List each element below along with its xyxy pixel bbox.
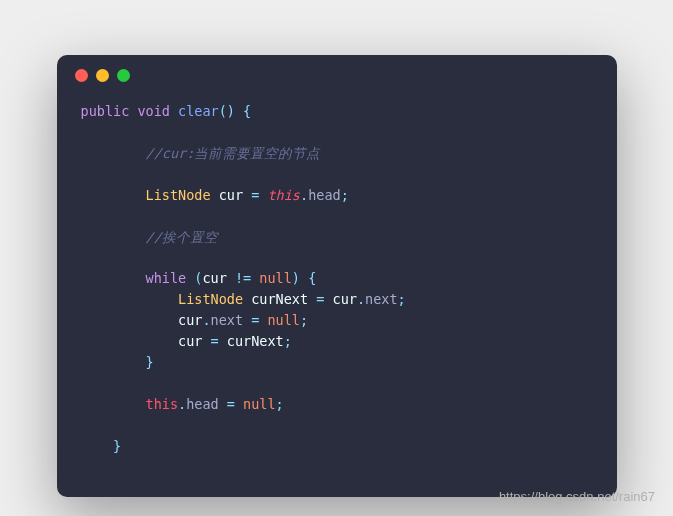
code-window: public void clear() { //cur:当前需要置空的节点 Li… <box>57 55 617 497</box>
var-cur: cur <box>219 187 243 203</box>
keyword-this: this <box>146 396 179 412</box>
keyword-while: while <box>146 270 187 286</box>
keyword-void: void <box>137 103 170 119</box>
brace-open: { <box>300 270 316 286</box>
paren-open: ( <box>186 270 202 286</box>
var-cur: cur <box>178 312 202 328</box>
operator-eq: = <box>243 187 267 203</box>
prop-next: next <box>365 291 398 307</box>
var-cur: cur <box>202 270 226 286</box>
brace-close: } <box>146 354 154 370</box>
var-cur: cur <box>178 333 202 349</box>
prop-head: head <box>308 187 341 203</box>
parens: () <box>219 103 235 119</box>
prop-next: next <box>211 312 244 328</box>
close-icon[interactable] <box>75 69 88 82</box>
var-curnext: curNext <box>251 291 308 307</box>
watermark-text: https://blog.csdn.net/rain67 <box>499 489 655 504</box>
window-titlebar <box>57 55 617 95</box>
type-listnode: ListNode <box>178 291 243 307</box>
semicolon: ; <box>398 291 406 307</box>
minimize-icon[interactable] <box>96 69 109 82</box>
comment-cur: //cur:当前需要置空的节点 <box>146 145 321 161</box>
semicolon: ; <box>276 396 284 412</box>
keyword-public: public <box>81 103 130 119</box>
comment-loop: //挨个置空 <box>146 229 218 245</box>
dot: . <box>300 187 308 203</box>
paren-close: ) <box>292 270 300 286</box>
prop-head: head <box>186 396 219 412</box>
brace-open: { <box>235 103 251 119</box>
operator-eq: = <box>308 291 332 307</box>
code-block: public void clear() { //cur:当前需要置空的节点 Li… <box>57 95 617 497</box>
semicolon: ; <box>341 187 349 203</box>
var-curnext: curNext <box>227 333 284 349</box>
dot: . <box>202 312 210 328</box>
maximize-icon[interactable] <box>117 69 130 82</box>
operator-eq: = <box>202 333 226 349</box>
dot: . <box>357 291 365 307</box>
keyword-null: null <box>243 396 276 412</box>
semicolon: ; <box>300 312 308 328</box>
keyword-null: null <box>259 270 292 286</box>
type-listnode: ListNode <box>146 187 211 203</box>
operator-neq: != <box>227 270 260 286</box>
keyword-this: this <box>267 187 300 203</box>
brace-close: } <box>113 438 121 454</box>
semicolon: ; <box>284 333 292 349</box>
keyword-null: null <box>267 312 300 328</box>
function-name: clear <box>178 103 219 119</box>
operator-eq: = <box>219 396 243 412</box>
var-cur: cur <box>333 291 357 307</box>
operator-eq: = <box>243 312 267 328</box>
dot: . <box>178 396 186 412</box>
